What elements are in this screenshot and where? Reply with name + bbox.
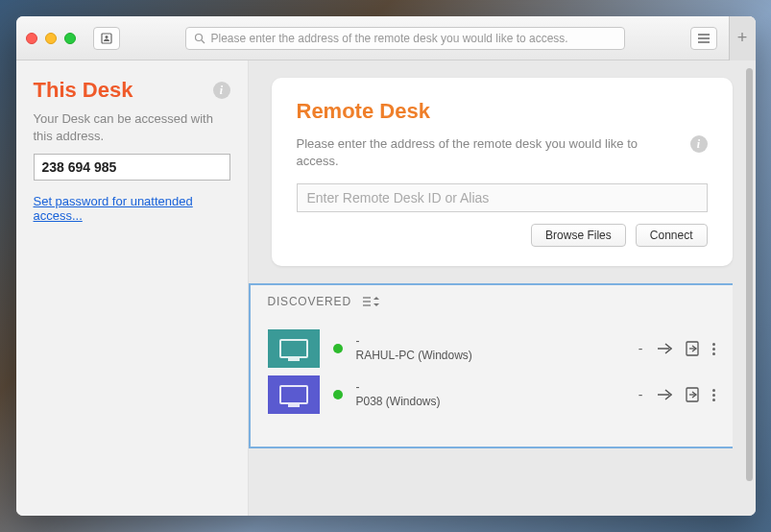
plus-icon: +	[737, 28, 748, 48]
monitor-icon	[279, 339, 308, 358]
more-options-button[interactable]	[712, 389, 715, 401]
titlebar: +	[16, 16, 756, 60]
remote-desk-input[interactable]	[297, 183, 708, 212]
view-toggle-button[interactable]	[363, 296, 382, 307]
arrow-right-icon	[657, 389, 672, 400]
device-labels: - P038 (Windows)	[356, 380, 625, 410]
device-alias: -	[356, 334, 625, 350]
remote-desk-title: Remote Desk	[297, 99, 708, 124]
discovered-row[interactable]: - RAHUL-PC (Windows) -	[264, 326, 719, 372]
device-thumbnail	[268, 329, 320, 368]
connect-arrow-button[interactable]	[657, 343, 672, 354]
device-last-session: -	[638, 387, 643, 402]
info-icon[interactable]: i	[690, 135, 708, 153]
menu-button[interactable]	[690, 27, 717, 50]
device-last-session: -	[638, 341, 643, 356]
more-options-button[interactable]	[712, 343, 715, 355]
device-thumbnail	[268, 375, 320, 414]
monitor-icon	[279, 385, 308, 404]
address-search-input[interactable]	[211, 32, 616, 45]
status-online-icon	[333, 390, 343, 399]
device-name: RAHUL-PC (Windows)	[356, 349, 625, 364]
discovered-section: DISCOVERED - RAHUL-P	[249, 283, 733, 448]
list-sort-icon	[363, 296, 382, 307]
scrollbar[interactable]	[746, 68, 753, 481]
sidebar: This Desk i Your Desk can be accessed wi…	[16, 60, 249, 516]
address-searchbar[interactable]	[185, 27, 625, 50]
discovered-row[interactable]: - P038 (Windows) -	[264, 372, 719, 418]
file-arrow-icon	[686, 387, 699, 402]
arrow-right-icon	[657, 343, 672, 354]
minimize-window-icon[interactable]	[45, 33, 57, 44]
main-panel: Remote Desk Please enter the address of …	[249, 60, 756, 516]
remote-desk-description: Please enter the address of the remote d…	[297, 135, 681, 170]
connect-button[interactable]: Connect	[636, 224, 708, 247]
set-password-link[interactable]: Set password for unattended access...	[34, 194, 230, 223]
hamburger-icon	[697, 33, 711, 44]
traffic-lights	[26, 33, 76, 44]
this-desk-description: Your Desk can be accessed with this addr…	[34, 110, 230, 144]
svg-point-1	[105, 36, 108, 38]
connect-arrow-button[interactable]	[657, 389, 672, 400]
file-arrow-icon	[686, 341, 699, 356]
svg-point-2	[195, 34, 202, 40]
contacts-button[interactable]	[93, 27, 120, 50]
device-actions: -	[638, 341, 715, 356]
status-online-icon	[333, 344, 343, 353]
this-desk-title: This Desk	[34, 78, 133, 103]
file-transfer-button[interactable]	[686, 387, 699, 402]
fullscreen-window-icon[interactable]	[64, 33, 76, 44]
device-actions: -	[638, 387, 715, 402]
app-window: + This Desk i Your Desk can be accessed …	[16, 16, 756, 516]
content-area: This Desk i Your Desk can be accessed wi…	[16, 60, 756, 516]
discovered-list: - RAHUL-PC (Windows) - - P038 (Windows) …	[251, 318, 733, 447]
device-name: P038 (Windows)	[356, 395, 625, 410]
device-alias: -	[356, 380, 625, 396]
svg-line-3	[202, 40, 205, 43]
search-icon	[194, 33, 205, 44]
remote-desk-card: Remote Desk Please enter the address of …	[272, 78, 733, 266]
address-book-icon	[101, 33, 112, 44]
browse-files-button[interactable]: Browse Files	[531, 224, 626, 247]
this-desk-address-input[interactable]	[34, 154, 230, 181]
close-window-icon[interactable]	[26, 33, 37, 44]
file-transfer-button[interactable]	[686, 341, 699, 356]
info-icon[interactable]: i	[213, 82, 230, 99]
device-labels: - RAHUL-PC (Windows)	[356, 334, 625, 364]
discovered-heading: DISCOVERED	[268, 295, 351, 308]
